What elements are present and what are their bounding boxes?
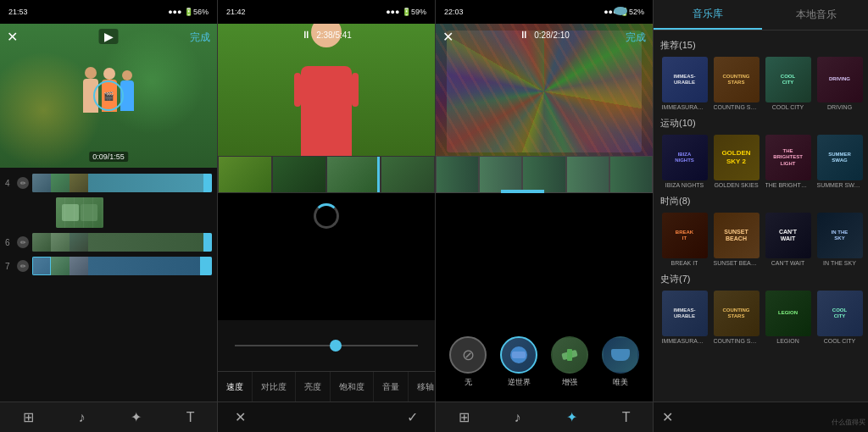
tab-saturation[interactable]: 饱和度 — [331, 372, 374, 402]
tab-local-music[interactable]: 本地音乐 — [762, 0, 868, 30]
music-item-counting-stars[interactable]: COUNTINGSTARS COUNTING STARS — [712, 57, 760, 110]
kaleidoscope-effect — [436, 24, 653, 159]
album-label-golden-sky: GOLDEN SKIES — [714, 182, 758, 188]
album-label-epic-4: COOL CITY — [824, 338, 855, 344]
small-clip[interactable] — [56, 197, 103, 228]
timeline-strip-3 — [436, 156, 653, 193]
effect-none[interactable]: ⊘ 无 — [449, 336, 487, 388]
music-item-in-the-sky[interactable]: IN THESKY IN THE SKY — [815, 213, 864, 266]
bottom-bar-3: ⊞ ♪ ✦ T — [436, 402, 653, 432]
video-preview-3[interactable]: ✕ ⏸ 0:28/2:10 完成 — [436, 24, 653, 193]
music-item-epic-4[interactable]: COOLCITY COOL CITY — [815, 291, 864, 344]
track-edit-4[interactable]: ✏ — [17, 177, 29, 189]
music-content: 推荐(15) IMMEAS-URABLE IMMEASURABLE COUNTI… — [654, 30, 868, 402]
music-item-epic-legion[interactable]: LEGION LEGION — [764, 291, 812, 344]
album-art-epic-1: IMMEAS-URABLE — [662, 291, 708, 336]
pause-button-3[interactable]: ⏸ 0:28/2:10 — [519, 29, 570, 41]
grid-icon-3[interactable]: ⊞ — [459, 409, 470, 425]
close-button-4[interactable]: ✕ — [662, 409, 673, 425]
tab-music-library[interactable]: 音乐库 — [654, 0, 762, 30]
close-button-3[interactable]: ✕ — [442, 29, 453, 45]
video-preview-2[interactable]: ⏸ 2:38/5:41 — [218, 24, 435, 193]
speed-slider-thumb[interactable] — [330, 340, 342, 352]
grid-epic: IMMEAS-URABLE IMMEASURABLE COUNTINGSTARS… — [660, 291, 864, 344]
album-art-golden-sky: GOLDENSKY 2 — [714, 135, 760, 180]
time-display-3: 0:28/2:10 — [534, 30, 570, 40]
boy-body — [301, 66, 352, 159]
loading-spinner — [314, 203, 339, 229]
text-icon[interactable]: T — [186, 410, 195, 425]
clip-6[interactable] — [32, 233, 212, 252]
music-item-immeasurable[interactable]: IMMEAS-URABLE IMMEASURABLE — [660, 57, 709, 110]
music-item-epic-1[interactable]: IMMEAS-URABLE IMMEASURABLE — [660, 291, 709, 344]
music-item-cool-city[interactable]: COOLCITY COOL CITY — [764, 57, 812, 110]
track-row-7: 7 ✏ — [0, 254, 217, 278]
music-item-driving[interactable]: DRIVING DRIVING — [815, 57, 864, 110]
effect-circle-enhance — [551, 336, 588, 374]
done-button-1[interactable]: 完成 — [190, 29, 210, 45]
music-tabs: 音乐库 本地音乐 — [654, 0, 868, 30]
album-art-cool-city: COOLCITY — [765, 57, 811, 102]
thumb-4 — [381, 156, 435, 193]
music-item-epic-2[interactable]: COUNTINGSTARS COUNTING STARS — [712, 291, 760, 344]
battery-1: ●●● 🔋56% — [168, 8, 209, 16]
time-display-2: 2:38/5:41 — [316, 30, 352, 40]
effect-beauty[interactable]: 唯美 — [602, 336, 639, 388]
album-label-sunset-beach: SUNSET BEACH — [714, 260, 760, 266]
section-epic: 史诗(7) — [660, 273, 864, 285]
effect-none-label: 无 — [465, 377, 472, 388]
tab-contrast[interactable]: 对比度 — [253, 372, 296, 402]
strip-seg-4 — [566, 156, 609, 193]
album-label-counting-stars: COUNTING STARS — [714, 104, 760, 110]
tab-speed[interactable]: 速度 — [218, 372, 253, 402]
music-item-golden-sky[interactable]: GOLDENSKY 2 GOLDEN SKIES — [712, 135, 760, 188]
music-item-cant-wait[interactable]: CAN'TWAIT CAN'T WAIT — [764, 213, 812, 266]
effect-circle-beauty — [602, 336, 639, 374]
confirm-button-2[interactable]: ✓ — [407, 409, 418, 425]
music-icon[interactable]: ♪ — [79, 410, 86, 425]
album-art-epic-2: COUNTINGSTARS — [714, 291, 760, 336]
wand-icon-3[interactable]: ✦ — [566, 409, 577, 425]
music-item-ibiza[interactable]: IBIZANIGHTS IBIZA NIGHTS — [660, 135, 709, 188]
track-row-6: 6 ✏ — [0, 230, 217, 254]
speed-slider-track — [235, 345, 418, 346]
music-item-brightest-light[interactable]: THEBRIGHTESTLIGHT THE BRIGHTEST LIGHT — [764, 135, 812, 188]
grid-icon[interactable]: ⊞ — [23, 409, 34, 425]
album-art-ibiza: IBIZANIGHTS — [662, 135, 708, 180]
play-button-1[interactable]: ▶ — [99, 29, 119, 44]
effect-enhance[interactable]: 增强 — [551, 336, 588, 388]
panel-effects: 22:03 ●●● 🔋52% ✕ ⏸ 0:28/2:10 完成 — [436, 0, 653, 432]
tab-tilt[interactable]: 移轴 — [409, 372, 435, 402]
close-button-1[interactable]: ✕ — [7, 29, 18, 45]
track-edit-6[interactable]: ✏ — [17, 236, 29, 248]
album-label-ibiza: IBIZA NIGHTS — [665, 182, 704, 188]
track-number-6: 6 — [5, 238, 17, 247]
done-button-3[interactable]: 完成 — [626, 29, 646, 45]
clip-4[interactable] — [32, 174, 212, 192]
thumb-2 — [272, 156, 326, 193]
time-2: 21:42 — [226, 8, 246, 16]
strip-seg-3 — [522, 156, 565, 193]
music-item-break-it[interactable]: BREAKIT BREAK IT — [660, 213, 709, 266]
watermark: 什么值得买 — [832, 418, 865, 427]
none-circle: ⊘ — [449, 336, 487, 374]
time-3: 22:03 — [444, 8, 464, 16]
music-item-sunset-beach[interactable]: SUNSETBEACH SUNSET BEACH — [712, 213, 760, 266]
album-label-cool-city: COOL CITY — [772, 104, 804, 110]
wand-icon[interactable]: ✦ — [131, 409, 142, 425]
album-label-summer-swag: SUMMER SWAG — [817, 182, 863, 188]
tab-brightness[interactable]: 亮度 — [296, 372, 331, 402]
music-item-summer-swag[interactable]: SUMMERSWAG SUMMER SWAG — [815, 135, 864, 188]
kaleidoscope-inner — [447, 30, 642, 152]
track-number-4: 4 — [5, 179, 17, 188]
cancel-button-2[interactable]: ✕ — [235, 409, 246, 425]
tab-volume[interactable]: 音量 — [374, 372, 409, 402]
music-icon-3[interactable]: ♪ — [515, 410, 521, 425]
video-preview-1[interactable]: 🎬 ✕ ▶ 完成 0:09/1:55 — [0, 24, 217, 168]
text-icon-3[interactable]: T — [622, 410, 631, 425]
effect-niworld[interactable]: 逆世界 — [500, 336, 537, 388]
track-edit-7[interactable]: ✏ — [17, 260, 29, 272]
status-bar-2: 21:42 ●●● 🔋59% — [218, 0, 435, 24]
slider-area[interactable] — [218, 320, 435, 371]
clip-7[interactable] — [32, 257, 212, 275]
